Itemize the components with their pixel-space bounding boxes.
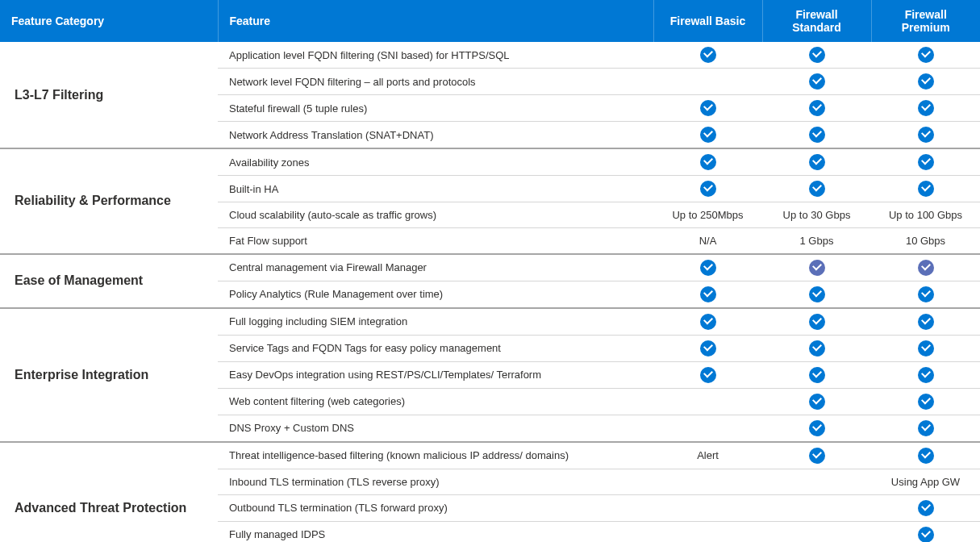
check-icon bbox=[918, 420, 934, 436]
feature-cell: Fat Flow support bbox=[218, 228, 653, 254]
feature-cell: Availability zones bbox=[218, 148, 653, 176]
feature-cell: Outbound TLS termination (TLS forward pr… bbox=[218, 494, 653, 521]
table-row: Enterprise IntegrationFull logging inclu… bbox=[0, 308, 980, 336]
tier-cell bbox=[871, 122, 980, 149]
tier-cell bbox=[871, 95, 980, 122]
tier-cell bbox=[762, 95, 871, 122]
tier-cell: 10 Gbps bbox=[871, 228, 980, 254]
tier-cell bbox=[871, 494, 980, 521]
category-cell: L3-L7 Filtering bbox=[0, 42, 218, 148]
tier-cell bbox=[871, 148, 980, 176]
feature-cell: Network level FQDN filtering – all ports… bbox=[218, 69, 653, 95]
feature-cell: DNS Proxy + Custom DNS bbox=[218, 415, 653, 442]
table-row: Reliability & PerformanceAvailability zo… bbox=[0, 148, 980, 176]
tier-cell bbox=[871, 254, 980, 281]
check-icon bbox=[700, 340, 716, 356]
tier-cell bbox=[762, 469, 871, 494]
check-icon bbox=[809, 420, 825, 436]
tier-cell bbox=[653, 254, 762, 281]
header-tier-premium: Firewall Premium bbox=[871, 0, 980, 42]
check-icon bbox=[700, 286, 716, 302]
feature-cell: Easy DevOps integration using REST/PS/CL… bbox=[218, 361, 653, 388]
check-icon bbox=[918, 73, 934, 90]
check-icon bbox=[809, 181, 825, 197]
feature-cell: Fully managed IDPS bbox=[218, 521, 653, 542]
tier-cell: Alert bbox=[653, 442, 762, 469]
feature-cell: Cloud scalability (auto-scale as traffic… bbox=[218, 202, 653, 228]
tier-cell bbox=[653, 122, 762, 149]
tier-cell bbox=[653, 281, 762, 308]
tier-cell bbox=[871, 388, 980, 415]
tier-cell bbox=[653, 95, 762, 122]
check-icon bbox=[809, 73, 825, 90]
table-row: Advanced Threat ProtectionThreat intelli… bbox=[0, 442, 980, 469]
tier-cell bbox=[871, 308, 980, 336]
tier-cell bbox=[653, 361, 762, 388]
header-row: Feature Category Feature Firewall Basic … bbox=[0, 0, 980, 42]
tier-cell bbox=[762, 494, 871, 521]
tier-cell bbox=[762, 361, 871, 388]
check-icon bbox=[809, 314, 825, 330]
tier-cell bbox=[762, 442, 871, 469]
tier-cell bbox=[762, 281, 871, 308]
tier-cell bbox=[762, 254, 871, 281]
check-icon bbox=[918, 154, 934, 170]
check-icon bbox=[918, 181, 934, 197]
feature-cell: Built-in HA bbox=[218, 176, 653, 202]
tier-cell bbox=[653, 388, 762, 415]
check-icon bbox=[918, 100, 934, 116]
tier-cell bbox=[653, 69, 762, 95]
check-icon bbox=[809, 127, 825, 143]
tier-cell bbox=[871, 69, 980, 95]
check-icon bbox=[809, 340, 825, 356]
table-row: Ease of ManagementCentral management via… bbox=[0, 254, 980, 281]
tier-cell bbox=[762, 308, 871, 336]
tier-cell: 1 Gbps bbox=[762, 228, 871, 254]
check-icon bbox=[809, 100, 825, 116]
header-feature: Feature bbox=[218, 0, 653, 42]
tier-cell: Up to 30 Gbps bbox=[762, 202, 871, 228]
check-icon bbox=[918, 500, 934, 516]
feature-cell: Threat intelligence-based filtering (kno… bbox=[218, 442, 653, 469]
tier-cell bbox=[653, 148, 762, 176]
check-icon bbox=[809, 286, 825, 302]
tier-cell bbox=[762, 69, 871, 95]
tier-cell bbox=[762, 176, 871, 202]
tier-cell bbox=[871, 42, 980, 69]
tier-cell bbox=[871, 176, 980, 202]
tier-cell: Up to 100 Gbps bbox=[871, 202, 980, 228]
tier-cell bbox=[762, 388, 871, 415]
check-icon bbox=[700, 127, 716, 143]
tier-cell: Using App GW bbox=[871, 469, 980, 494]
check-icon bbox=[809, 47, 825, 63]
tier-cell bbox=[762, 521, 871, 542]
tier-cell bbox=[653, 42, 762, 69]
check-icon bbox=[700, 181, 716, 197]
feature-cell: Inbound TLS termination (TLS reverse pro… bbox=[218, 469, 653, 494]
tier-cell bbox=[871, 281, 980, 308]
category-cell: Advanced Threat Protection bbox=[0, 442, 218, 543]
check-icon bbox=[809, 154, 825, 170]
check-icon bbox=[918, 314, 934, 330]
feature-cell: Application level FQDN filtering (SNI ba… bbox=[218, 42, 653, 69]
check-icon bbox=[918, 47, 934, 63]
feature-cell: Stateful firewall (5 tuple rules) bbox=[218, 95, 653, 122]
check-icon bbox=[918, 367, 934, 383]
tier-cell bbox=[871, 415, 980, 442]
feature-cell: Web content filtering (web categories) bbox=[218, 388, 653, 415]
check-icon bbox=[700, 260, 716, 276]
header-tier-basic: Firewall Basic bbox=[653, 0, 762, 42]
check-icon bbox=[918, 394, 934, 410]
tier-cell bbox=[762, 122, 871, 149]
category-cell: Enterprise Integration bbox=[0, 308, 218, 442]
check-icon bbox=[700, 154, 716, 170]
check-icon bbox=[700, 314, 716, 330]
header-category: Feature Category bbox=[0, 0, 218, 42]
category-cell: Reliability & Performance bbox=[0, 148, 218, 254]
tier-cell bbox=[653, 494, 762, 521]
tier-cell bbox=[653, 469, 762, 494]
feature-cell: Network Address Translation (SNAT+DNAT) bbox=[218, 122, 653, 149]
check-icon bbox=[700, 47, 716, 63]
table-row: L3-L7 FilteringApplication level FQDN fi… bbox=[0, 42, 980, 69]
check-icon bbox=[809, 394, 825, 410]
